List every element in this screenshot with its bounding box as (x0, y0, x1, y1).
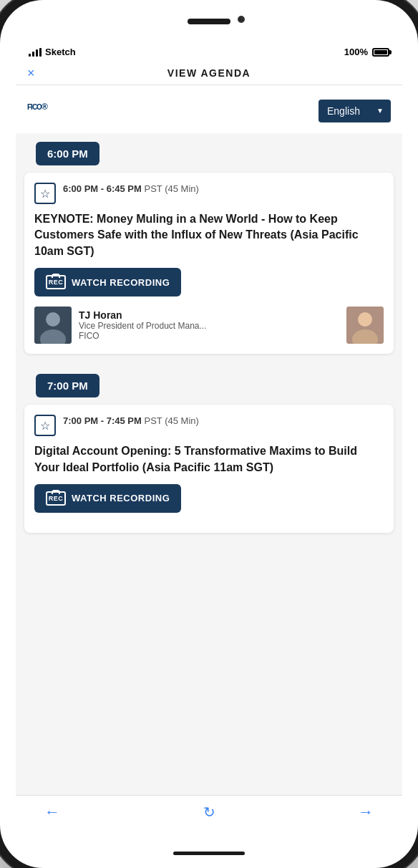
time-badge-2: 7:00 PM (36, 374, 99, 397)
session-header-1: ☆ 6:00 PM - 6:45 PM PST (45 Min) (34, 183, 384, 204)
battery-icon (372, 48, 389, 57)
speaker-avatar-1 (34, 307, 72, 344)
watch-label-2: WATCH RECORDING (72, 493, 170, 503)
svg-point-1 (46, 312, 60, 327)
svg-point-4 (358, 312, 372, 327)
watch-recording-button-1[interactable]: REC WATCH RECORDING (34, 268, 181, 296)
nav-bar: × VIEW AGENDA (16, 62, 402, 85)
language-select[interactable]: English Japanese Chinese (319, 100, 391, 122)
speaker-avatar-2 (346, 307, 384, 344)
session-card-1: ☆ 6:00 PM - 6:45 PM PST (45 Min) KEYNOTE… (24, 173, 394, 354)
close-button[interactable]: × (27, 66, 35, 81)
page-title: VIEW AGENDA (167, 67, 251, 79)
status-right: 100% (344, 47, 389, 57)
favorite-button-1[interactable]: ☆ (34, 183, 56, 204)
phone-speaker (188, 19, 230, 24)
watch-recording-button-2[interactable]: REC WATCH RECORDING (34, 484, 181, 513)
forward-button[interactable]: → (358, 803, 374, 821)
battery-fill (374, 50, 387, 54)
time-badge-wrapper-2: 7:00 PM (16, 365, 402, 405)
phone-screen: Sketch 100% × VIEW AGENDA FICO® (16, 39, 402, 829)
home-indicator (173, 852, 245, 855)
carrier-label: Sketch (45, 47, 76, 57)
watch-label-1: WATCH RECORDING (72, 277, 170, 288)
signal-icon (29, 48, 42, 57)
speaker-photo-2 (346, 307, 384, 344)
battery-label: 100% (344, 47, 368, 57)
speaker-name-1: TJ Horan (79, 309, 339, 321)
time-badge-1: 6:00 PM (36, 142, 99, 165)
language-wrapper[interactable]: English Japanese Chinese (319, 100, 391, 122)
session-time-1: 6:00 PM - 6:45 PM PST (45 Min) (63, 183, 199, 196)
time-badge-wrapper-1: 6:00 PM (16, 133, 402, 173)
speakers-row-1: TJ Horan Vice President of Product Mana.… (34, 307, 384, 344)
status-bar: Sketch 100% (16, 39, 402, 62)
session-card-2: ☆ 7:00 PM - 7:45 PM PST (45 Min) Digital… (24, 405, 394, 533)
speaker-title-1: Vice President of Product Mana... (79, 321, 339, 331)
status-left: Sketch (29, 47, 76, 57)
speaker-photo-1 (34, 307, 72, 344)
speaker-company-1: FICO (79, 331, 339, 341)
fico-logo: FICO® (27, 95, 47, 126)
session-title-1: KEYNOTE: Money Muling in a New World - H… (34, 211, 384, 259)
favorite-button-2[interactable]: ☆ (34, 415, 56, 436)
rec-icon-1: REC (46, 275, 66, 289)
session-title-2: Digital Account Opening: 5 Transformativ… (34, 443, 384, 476)
session-header-2: ☆ 7:00 PM - 7:45 PM PST (45 Min) (34, 415, 384, 436)
content-area: FICO® English Japanese Chinese 6:00 PM ☆ (16, 85, 402, 795)
bottom-nav: ← ↻ → (16, 795, 402, 829)
rec-icon-2: REC (46, 491, 66, 506)
back-button[interactable]: ← (44, 803, 60, 821)
phone-camera (238, 16, 245, 23)
session-time-2: 7:00 PM - 7:45 PM PST (45 Min) (63, 415, 199, 428)
refresh-button[interactable]: ↻ (203, 804, 215, 821)
phone-frame: Sketch 100% × VIEW AGENDA FICO® (0, 0, 418, 868)
speaker-info-1: TJ Horan Vice President of Product Mana.… (79, 309, 339, 341)
header-row: FICO® English Japanese Chinese (16, 85, 402, 133)
